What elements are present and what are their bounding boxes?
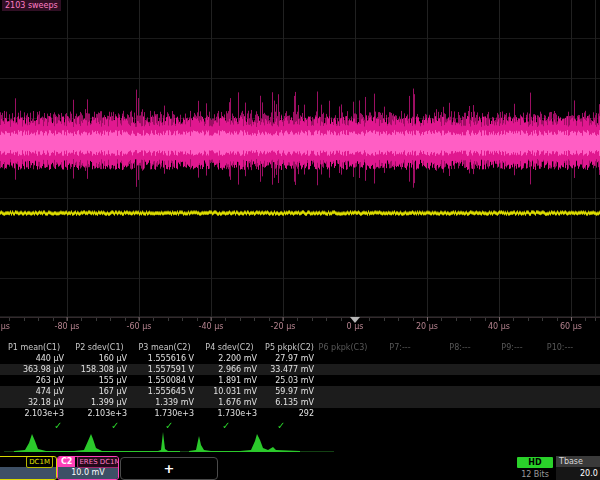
- time-tick-label: -100 µs: [0, 322, 10, 331]
- time-tick-label: -80 µs: [55, 322, 80, 331]
- check-icon: ✓: [277, 420, 285, 431]
- c2-scale: 10.0 mV: [58, 467, 118, 479]
- time-tick-label: -20 µs: [271, 322, 296, 331]
- bit-resolution-label: 12 Bits: [517, 470, 553, 479]
- cell: 1.399 µV: [64, 397, 127, 408]
- channel-c2-descriptor[interactable]: C2 ERES DC1M 10.0 mV: [57, 456, 119, 480]
- cell: 25.03 mV: [257, 375, 331, 386]
- param-header-p2[interactable]: P2 sdev(C1): [68, 342, 131, 353]
- param-header-p5[interactable]: P5 pkpk(C2): [261, 342, 318, 353]
- check-icon: ✓: [222, 420, 230, 431]
- time-tick-label: -40 µs: [199, 322, 224, 331]
- cell: 32.18 µV: [0, 397, 64, 408]
- waveform-canvas: [0, 0, 600, 330]
- c1-coupling-badge: DC1M: [26, 456, 53, 468]
- param-header-p3[interactable]: P3 mean(C2): [131, 342, 198, 353]
- table-row-num: 2.103e+3 2.103e+3 1.730e+3 1.730e+3 292: [0, 408, 600, 419]
- param-header-p8[interactable]: P8:---: [432, 342, 488, 353]
- time-tick-label: 60 µs: [560, 322, 582, 331]
- table-row-min: 263 µV 155 µV 1.550084 V 1.891 mV 25.03 …: [0, 375, 600, 386]
- table-row-mean: 363.98 µV 158.308 µV 1.557591 V 2.966 mV…: [0, 364, 600, 375]
- cell: 1.555616 V: [127, 353, 194, 364]
- cell: 59.97 mV: [257, 386, 331, 397]
- measurement-table-header: P1 mean(C1) P2 sdev(C1) P3 mean(C2) P4 s…: [0, 342, 600, 353]
- cell: 1.676 mV: [194, 397, 257, 408]
- cell: 10.031 mV: [194, 386, 257, 397]
- time-tick-label: 0 µs: [347, 322, 364, 331]
- cell: 440 µV: [0, 353, 64, 364]
- cell: 155 µV: [64, 375, 127, 386]
- cell: 1.891 mV: [194, 375, 257, 386]
- c1-scale: 0 mV: [0, 467, 56, 479]
- trigger-position-marker-icon[interactable]: [350, 317, 360, 323]
- cell: 2.103e+3: [64, 408, 127, 419]
- histicon-p5-icon: [240, 431, 300, 453]
- check-icon: ✓: [165, 420, 173, 431]
- timebase-descriptor[interactable]: Tbase 20.0: [556, 456, 600, 480]
- cell: 2.200 mV: [194, 353, 257, 364]
- table-row-sdev: 32.18 µV 1.399 µV 1.339 mV 1.676 mV 6.13…: [0, 397, 600, 408]
- cell: 6.135 mV: [257, 397, 331, 408]
- cell: 160 µV: [64, 353, 127, 364]
- table-row-value: 440 µV 160 µV 1.555616 V 2.200 mV 27.97 …: [0, 353, 600, 364]
- histicon-p1-icon: [14, 431, 74, 453]
- cell: 363.98 µV: [0, 364, 64, 375]
- cell: 1.550084 V: [127, 375, 194, 386]
- time-tick-label: 40 µs: [488, 322, 510, 331]
- time-tick-label: -60 µs: [127, 322, 152, 331]
- timebase-value: 20.0: [556, 467, 600, 480]
- c2-coupling: DC1M: [100, 458, 119, 466]
- cell: 158.308 µV: [64, 364, 127, 375]
- hd-mode-badge[interactable]: HD: [517, 457, 553, 468]
- oscilloscope-screen: 2103 sweeps -100 µs -80 µs -60 µs -40 µs…: [0, 0, 600, 480]
- param-header-p10[interactable]: P10:---: [536, 342, 584, 353]
- cell: 1.339 mV: [127, 397, 194, 408]
- c2-label: C2: [58, 457, 75, 467]
- sweeps-counter-label: 2103 sweeps: [2, 0, 61, 11]
- param-header-p1[interactable]: P1 mean(C1): [0, 342, 68, 353]
- cell: 263 µV: [0, 375, 64, 386]
- cell: 27.97 mV: [257, 353, 331, 364]
- cell: 292: [257, 408, 331, 419]
- histicon-p3-icon: [120, 431, 180, 453]
- param-header-p6[interactable]: P6 pkpk(C3): [318, 342, 368, 353]
- measurement-table: P1 mean(C1) P2 sdev(C1) P3 mean(C2) P4 s…: [0, 342, 600, 419]
- cell: 1.730e+3: [127, 408, 194, 419]
- time-tick-label: 20 µs: [416, 322, 438, 331]
- cell: 1.557591 V: [127, 364, 194, 375]
- check-icon: ✓: [111, 420, 119, 431]
- cell: 33.477 mV: [257, 364, 331, 375]
- param-header-p4[interactable]: P4 sdev(C2): [198, 342, 261, 353]
- param-header-p7[interactable]: P7:---: [368, 342, 432, 353]
- cell: 474 µV: [0, 386, 64, 397]
- plus-icon: +: [164, 462, 175, 475]
- check-icon: ✓: [54, 420, 62, 431]
- param-header-p9[interactable]: P9:---: [488, 342, 536, 353]
- channel-c1-descriptor[interactable]: DC1M 0 mV: [0, 456, 57, 480]
- cell: 167 µV: [64, 386, 127, 397]
- cell: 1.730e+3: [194, 408, 257, 419]
- cell: 2.103e+3: [0, 408, 64, 419]
- timebase-title: Tbase: [556, 456, 600, 467]
- cell: 2.966 mV: [194, 364, 257, 375]
- table-row-max: 474 µV 167 µV 1.555645 V 10.031 mV 59.97…: [0, 386, 600, 397]
- add-trace-button[interactable]: +: [120, 457, 218, 480]
- cell: 1.555645 V: [127, 386, 194, 397]
- c2-mode: ERES: [79, 458, 97, 466]
